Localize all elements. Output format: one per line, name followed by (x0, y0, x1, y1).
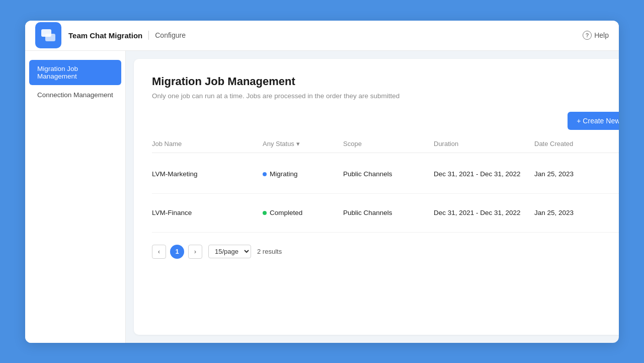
pagination-row: ‹ 1 › 15/page 25/page 50/page 2 results (152, 245, 619, 259)
status-cell: Migrating (263, 170, 343, 178)
sidebar: Migration Job Management Connection Mana… (25, 51, 126, 343)
create-new-migration-button[interactable]: + Create New Migration (568, 112, 619, 130)
configure-label: Configure (155, 31, 186, 39)
job-name-cell: LVM-Marketing (152, 170, 263, 178)
table-row: LVM-Finance Completed Public Channels De… (152, 194, 619, 233)
help-icon: ? (583, 31, 592, 40)
date-created-cell: Jan 25, 2023 (534, 209, 619, 216)
toolbar-row: + Create New Migration (152, 112, 619, 130)
app-title: Team Chat Migration (68, 31, 142, 40)
svg-rect-1 (45, 34, 55, 41)
help-button[interactable]: ? Help (583, 31, 609, 40)
results-count: 2 results (257, 248, 282, 255)
status-dot-completed (263, 211, 267, 215)
status-badge-migrating: Migrating (263, 170, 343, 178)
sidebar-item-migration-job[interactable]: Migration Job Management (29, 60, 121, 85)
job-name-cell: LVM-Finance (152, 209, 263, 216)
col-date-created: Date Created (534, 140, 619, 148)
per-page-select[interactable]: 15/page 25/page 50/page (208, 245, 251, 258)
page-title: Migration Job Management (152, 75, 619, 88)
duration-cell: Dec 31, 2021 - Dec 31, 2022 (434, 170, 534, 178)
prev-page-button[interactable]: ‹ (152, 245, 166, 259)
col-job-name: Job Name (152, 140, 263, 148)
sidebar-item-connection-label: Connection Management (37, 91, 113, 99)
sidebar-item-migration-job-label: Migration Job Management (37, 65, 78, 80)
status-text-migrating: Migrating (270, 170, 298, 178)
help-label: Help (594, 31, 609, 39)
status-dot-migrating (263, 172, 267, 176)
col-status: Any Status ▾ (263, 140, 343, 148)
col-duration: Duration (434, 140, 534, 148)
table-container: Job Name Any Status ▾ Scope Duration Dat… (152, 140, 619, 233)
table-row: LVM-Marketing Migrating Public Channels … (152, 155, 619, 194)
table-header: Job Name Any Status ▾ Scope Duration Dat… (152, 140, 619, 153)
status-filter-button[interactable]: Any Status ▾ (263, 140, 300, 148)
current-page-number: 1 (170, 245, 184, 259)
page-subtitle: Only one job can run at a time. Jobs are… (152, 92, 619, 100)
sidebar-item-connection[interactable]: Connection Management (29, 86, 121, 104)
scope-cell: Public Channels (343, 209, 434, 216)
status-text-completed: Completed (270, 209, 302, 216)
main-layout: Migration Job Management Connection Mana… (25, 51, 619, 343)
status-badge-completed: Completed (263, 209, 343, 216)
chevron-down-icon: ▾ (296, 140, 300, 148)
topbar: Team Chat Migration Configure ? Help (25, 21, 619, 51)
content-area: Migration Job Management Only one job ca… (134, 59, 619, 335)
status-filter-label: Any Status (263, 140, 294, 148)
next-page-button[interactable]: › (188, 245, 202, 259)
app-container: Team Chat Migration Configure ? Help Mig… (25, 21, 619, 343)
topbar-divider (148, 31, 149, 40)
app-logo (35, 22, 61, 48)
status-cell: Completed (263, 209, 343, 216)
col-scope: Scope (343, 140, 434, 148)
scope-cell: Public Channels (343, 170, 434, 178)
date-created-cell: Jan 25, 2023 (534, 170, 619, 178)
duration-cell: Dec 31, 2021 - Dec 31, 2022 (434, 209, 534, 216)
